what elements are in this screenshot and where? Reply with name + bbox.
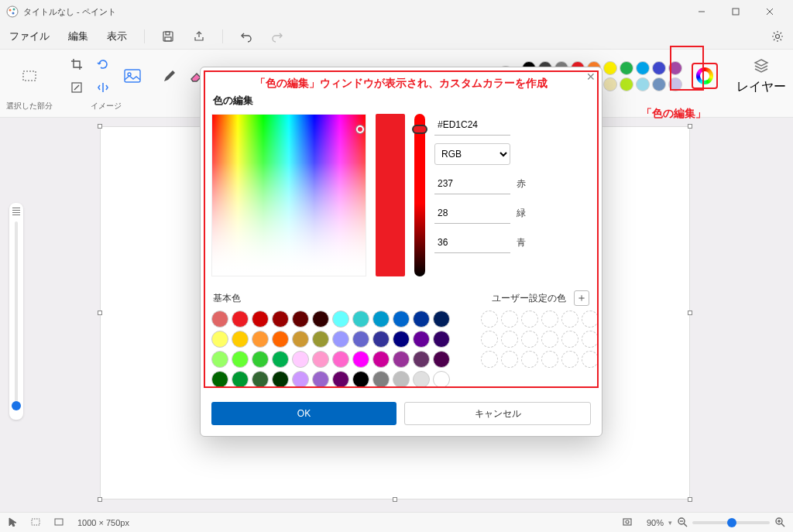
user-color-slot[interactable] bbox=[561, 311, 578, 328]
dialog-close-button[interactable]: ✕ bbox=[586, 70, 596, 83]
user-color-slot[interactable] bbox=[541, 311, 558, 328]
user-color-slot[interactable] bbox=[541, 331, 558, 348]
palette-swatch[interactable] bbox=[636, 61, 650, 75]
zoom-dropdown-icon[interactable]: ▾ bbox=[668, 519, 672, 527]
basic-color-swatch[interactable] bbox=[413, 331, 430, 348]
resize-handle[interactable] bbox=[688, 497, 692, 502]
menu-edit[interactable]: 編集 bbox=[65, 26, 91, 46]
basic-color-swatch[interactable] bbox=[352, 311, 369, 328]
zoom-out-button[interactable] bbox=[677, 517, 688, 529]
basic-color-swatch[interactable] bbox=[433, 331, 450, 348]
rotate-icon[interactable] bbox=[93, 54, 113, 74]
basic-color-swatch[interactable] bbox=[272, 351, 289, 368]
crop-icon[interactable] bbox=[67, 54, 87, 74]
resize-handle[interactable] bbox=[688, 311, 692, 315]
basic-color-swatch[interactable] bbox=[332, 371, 349, 388]
palette-swatch[interactable] bbox=[603, 61, 617, 75]
basic-color-swatch[interactable] bbox=[232, 371, 249, 388]
zoom-thumb[interactable] bbox=[727, 518, 736, 527]
basic-color-swatch[interactable] bbox=[211, 331, 228, 348]
basic-color-swatch[interactable] bbox=[292, 351, 309, 368]
user-color-slot[interactable] bbox=[582, 311, 599, 328]
basic-color-swatch[interactable] bbox=[372, 331, 390, 348]
hue-slider[interactable] bbox=[414, 114, 425, 276]
basic-color-swatch[interactable] bbox=[393, 331, 410, 348]
basic-color-swatch[interactable] bbox=[393, 351, 410, 368]
palette-swatch[interactable] bbox=[652, 61, 666, 75]
basic-color-swatch[interactable] bbox=[312, 371, 329, 388]
basic-color-swatch[interactable] bbox=[413, 351, 430, 368]
blue-input[interactable] bbox=[434, 232, 510, 253]
settings-button[interactable] bbox=[768, 27, 787, 46]
basic-color-swatch[interactable] bbox=[433, 371, 450, 388]
user-color-slot[interactable] bbox=[582, 351, 599, 368]
basic-color-swatch[interactable] bbox=[292, 371, 309, 388]
close-button[interactable] bbox=[753, 0, 787, 23]
resize-handle[interactable] bbox=[98, 124, 102, 129]
user-color-slot[interactable] bbox=[541, 351, 558, 368]
user-color-slot[interactable] bbox=[561, 351, 578, 368]
slider-thumb[interactable] bbox=[12, 401, 21, 410]
basic-color-swatch[interactable] bbox=[372, 311, 390, 328]
basic-color-swatch[interactable] bbox=[352, 371, 369, 388]
sv-cursor[interactable] bbox=[356, 125, 364, 133]
user-color-slot[interactable] bbox=[481, 351, 498, 368]
basic-color-swatch[interactable] bbox=[393, 371, 410, 388]
basic-color-swatch[interactable] bbox=[312, 351, 329, 368]
basic-color-swatch[interactable] bbox=[211, 311, 228, 328]
resize-icon[interactable] bbox=[67, 77, 87, 98]
basic-color-swatch[interactable] bbox=[272, 371, 289, 388]
basic-color-swatch[interactable] bbox=[413, 371, 430, 388]
resize-handle[interactable] bbox=[98, 311, 102, 315]
user-color-slot[interactable] bbox=[501, 311, 518, 328]
user-color-slot[interactable] bbox=[582, 331, 599, 348]
user-color-slot[interactable] bbox=[501, 351, 518, 368]
user-color-slot[interactable] bbox=[561, 331, 578, 348]
basic-color-swatch[interactable] bbox=[232, 351, 249, 368]
user-color-slot[interactable] bbox=[521, 331, 538, 348]
save-button[interactable] bbox=[159, 27, 177, 46]
resize-handle[interactable] bbox=[688, 124, 692, 129]
redo-button[interactable] bbox=[268, 27, 287, 46]
zoom-in-button[interactable] bbox=[774, 517, 785, 529]
hex-input[interactable] bbox=[434, 114, 510, 136]
basic-color-swatch[interactable] bbox=[272, 311, 289, 328]
basic-color-swatch[interactable] bbox=[272, 331, 289, 348]
basic-color-swatch[interactable] bbox=[332, 331, 349, 348]
brush-size-slider[interactable] bbox=[9, 203, 23, 420]
user-color-slot[interactable] bbox=[521, 311, 538, 328]
green-input[interactable] bbox=[434, 202, 510, 224]
palette-swatch[interactable] bbox=[620, 61, 633, 75]
edit-colors-button[interactable] bbox=[692, 63, 718, 89]
basic-color-swatch[interactable] bbox=[252, 371, 269, 388]
red-input[interactable] bbox=[434, 173, 510, 194]
layers-icon[interactable] bbox=[750, 54, 773, 77]
undo-button[interactable] bbox=[237, 27, 256, 46]
basic-color-swatch[interactable] bbox=[413, 311, 430, 328]
maximize-button[interactable] bbox=[719, 0, 753, 23]
hue-thumb[interactable] bbox=[412, 125, 427, 134]
basic-color-swatch[interactable] bbox=[292, 331, 309, 348]
zoom-slider[interactable] bbox=[692, 521, 770, 524]
basic-color-swatch[interactable] bbox=[352, 351, 369, 368]
palette-swatch[interactable] bbox=[668, 77, 682, 91]
basic-color-swatch[interactable] bbox=[372, 351, 390, 368]
basic-color-swatch[interactable] bbox=[433, 311, 450, 328]
saturation-value-picker[interactable] bbox=[211, 114, 366, 276]
basic-color-swatch[interactable] bbox=[252, 311, 269, 328]
palette-swatch[interactable] bbox=[668, 61, 682, 75]
fit-screen-icon[interactable] bbox=[622, 517, 633, 529]
basic-color-swatch[interactable] bbox=[332, 351, 349, 368]
color-mode-select[interactable]: RGB bbox=[434, 143, 510, 165]
basic-color-swatch[interactable] bbox=[352, 331, 369, 348]
basic-color-swatch[interactable] bbox=[393, 311, 410, 328]
select-rect-icon[interactable] bbox=[19, 66, 39, 86]
menu-view[interactable]: 表示 bbox=[104, 26, 130, 46]
basic-color-swatch[interactable] bbox=[312, 311, 329, 328]
basic-color-swatch[interactable] bbox=[312, 331, 329, 348]
slider-track[interactable] bbox=[15, 221, 18, 410]
resize-handle[interactable] bbox=[393, 497, 397, 502]
ai-image-icon[interactable] bbox=[119, 63, 146, 89]
flip-icon[interactable] bbox=[93, 77, 113, 98]
cancel-button[interactable]: キャンセル bbox=[404, 402, 591, 425]
